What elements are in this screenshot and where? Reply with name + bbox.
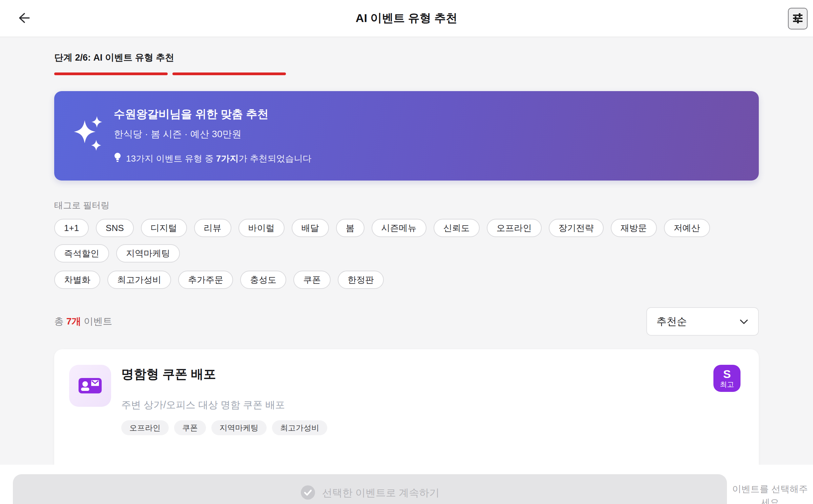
tag-chip-row-2: 차별화최고가성비추가주문충성도쿠폰한정판 (54, 271, 759, 289)
banner-subtitle: 한식당 · 봄 시즌 · 예산 30만원 (114, 128, 312, 141)
banner-info: 13가지 이벤트 유형 중 7가지가 추천되었습니다 (114, 152, 312, 165)
filter-tag-chip[interactable]: 오프라인 (487, 219, 542, 237)
filter-tag-chip[interactable]: SNS (96, 219, 133, 237)
event-card-main: 명함형 쿠폰 배포 주변 상가/오피스 대상 명함 쿠폰 배포 오프라인쿠폰지역… (121, 365, 327, 435)
filter-tag-chip[interactable]: 지역마케팅 (116, 244, 180, 262)
event-tag: 최고가성비 (272, 420, 327, 435)
filter-tag-chip[interactable]: 최고가성비 (107, 271, 171, 289)
recommendation-banner: 수원왕갈비님을 위한 맞춤 추천 한식당 · 봄 시즌 · 예산 30만원 13… (54, 91, 759, 181)
filter-tag-chip[interactable]: 즉석할인 (54, 244, 109, 262)
banner-text: 수원왕갈비님을 위한 맞춤 추천 한식당 · 봄 시즌 · 예산 30만원 13… (114, 104, 312, 165)
grade-label: 최고 (720, 380, 734, 389)
progress-bar (54, 72, 759, 75)
progress-segment (527, 72, 641, 75)
event-card-top: 명함형 쿠폰 배포 주변 상가/오피스 대상 명함 쿠폰 배포 오프라인쿠폰지역… (69, 365, 741, 435)
sort-value: 추천순 (656, 315, 687, 329)
event-count: 총 7개 이벤트 (54, 315, 112, 328)
event-tags: 오프라인쿠폰지역마케팅최고가성비 (121, 420, 327, 435)
header: AI 이벤트 유형 추천 (0, 0, 813, 37)
sparkles-icon (72, 110, 105, 156)
filter-tag-chip[interactable]: 충성도 (240, 271, 286, 289)
page-title: AI 이벤트 유형 추천 (0, 0, 813, 37)
sliders-icon (792, 12, 804, 25)
filter-tag-chip[interactable]: 저예산 (664, 219, 710, 237)
progress-segment (172, 72, 286, 75)
main-content: 단계 2/6: AI 이벤트 유형 추천 수원왕갈비님을 위한 맞춤 추천 한식… (0, 37, 813, 504)
filter-tag-chip[interactable]: 장기전략 (549, 219, 604, 237)
progress-segment (409, 72, 522, 75)
filter-tag-chip[interactable]: 배달 (292, 219, 329, 237)
contact-card-icon (77, 372, 103, 400)
filter-tag-chip[interactable]: 리뷰 (194, 219, 231, 237)
progress-segment (645, 72, 759, 75)
filter-tag-chip[interactable]: 디지털 (141, 219, 187, 237)
filter-tag-chip[interactable]: 재방문 (611, 219, 657, 237)
lightbulb-icon (114, 152, 121, 165)
continue-button-content: 선택한 이벤트로 계속하기 (300, 485, 440, 501)
continue-button-label: 선택한 이벤트로 계속하기 (322, 486, 440, 500)
banner-title: 수원왕갈비님을 위한 맞춤 추천 (114, 107, 312, 122)
filter-tag-chip[interactable]: 쿠폰 (293, 271, 331, 289)
filter-tag-chip[interactable]: 봄 (336, 219, 364, 237)
filter-settings-button[interactable] (788, 8, 808, 29)
event-tag: 지역마케팅 (211, 420, 267, 435)
page: AI 이벤트 유형 추천 단계 2/6: AI 이벤트 유형 추천 (0, 0, 813, 504)
filter-tag-chip[interactable]: 바이럴 (238, 219, 285, 237)
event-tag: 쿠폰 (174, 420, 206, 435)
filter-tag-chip[interactable]: 한정판 (338, 271, 384, 289)
list-header: 총 7개 이벤트 추천순 (54, 307, 759, 336)
chevron-down-icon (739, 316, 749, 327)
banner-info-text: 13가지 이벤트 유형 중 7가지가 추천되었습니다 (126, 153, 312, 165)
grade-letter: S (723, 368, 731, 380)
tag-chip-row-1: 1+1SNS디지털리뷰바이럴배달봄시즌메뉴신뢰도오프라인장기전략재방문저예산즉석… (54, 219, 759, 262)
selection-hint: 이벤트를 선택해주세요 (728, 482, 812, 504)
check-circle-icon (300, 485, 315, 501)
progress-segment (54, 72, 168, 75)
continue-button[interactable]: 선택한 이벤트로 계속하기 (13, 474, 727, 504)
event-description: 주변 상가/오피스 대상 명함 쿠폰 배포 (121, 399, 327, 411)
filter-tag-chip[interactable]: 차별화 (54, 271, 100, 289)
filter-tag-chip[interactable]: 신뢰도 (434, 219, 480, 237)
event-tag: 오프라인 (121, 420, 169, 435)
filter-tag-chip[interactable]: 시즌메뉴 (372, 219, 426, 237)
event-icon-container (69, 365, 111, 407)
sort-dropdown[interactable]: 추천순 (646, 307, 759, 336)
grade-badge: S 최고 (713, 365, 741, 392)
event-title: 명함형 쿠폰 배포 (121, 367, 327, 382)
tag-filter-label: 태그로 필터링 (54, 200, 759, 211)
progress-segment (291, 72, 404, 75)
filter-tag-chip[interactable]: 1+1 (54, 219, 89, 237)
filter-tag-chip[interactable]: 추가주문 (178, 271, 233, 289)
bottom-bar: 선택한 이벤트로 계속하기 이벤트를 선택해주세요 (0, 465, 813, 504)
step-label: 단계 2/6: AI 이벤트 유형 추천 (54, 51, 759, 64)
